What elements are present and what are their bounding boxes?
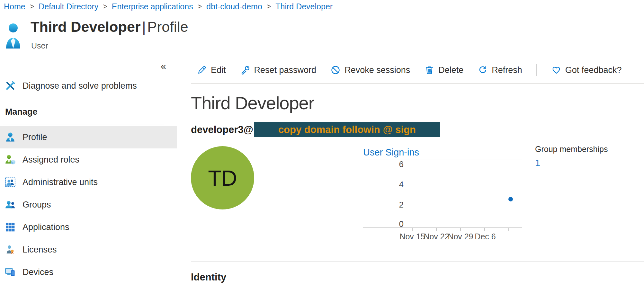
people-icon xyxy=(4,199,16,210)
group-memberships: Group memberships 1 xyxy=(535,145,608,168)
button-label: Refresh xyxy=(492,65,522,75)
page-subtitle: User xyxy=(31,41,48,50)
sidebar-item-licenses[interactable]: Licenses xyxy=(0,238,177,261)
sidebar-item-devices[interactable]: Devices xyxy=(0,261,177,283)
sidebar-item-label: Diagnose and solve problems xyxy=(22,81,137,91)
user-signins-link[interactable]: User Sign-ins xyxy=(363,147,419,158)
sidebar-item-groups[interactable]: Groups xyxy=(0,193,177,216)
y-tick-label: 6 xyxy=(382,159,404,169)
y-tick-label: 4 xyxy=(382,180,404,190)
person-icon xyxy=(4,131,16,143)
sidebar-item-label: Devices xyxy=(22,267,53,277)
person-ribbon-icon xyxy=(4,244,16,255)
sidebar-item-label: Licenses xyxy=(22,245,57,255)
key-icon xyxy=(240,65,250,75)
button-label: Reset password xyxy=(254,65,317,75)
command-bar: Edit Reset password Revoke sessions xyxy=(197,62,622,78)
person-cube-icon xyxy=(4,154,16,165)
breadcrumb-home[interactable]: Home xyxy=(4,2,25,11)
section-rule xyxy=(191,262,644,262)
page-title: Third Developer xyxy=(31,19,141,35)
button-label: Got feedback? xyxy=(565,65,622,75)
edit-button[interactable]: Edit xyxy=(197,65,226,75)
identity-section-title: Identity xyxy=(191,271,226,283)
group-memberships-label: Group memberships xyxy=(535,145,608,154)
sidebar-divider xyxy=(3,125,164,125)
wrench-screwdriver-icon xyxy=(4,80,16,92)
people-dashed-box-icon xyxy=(4,176,16,188)
pencil-icon xyxy=(197,65,207,75)
y-tick-label: 2 xyxy=(382,200,404,210)
x-tick-label: Nov 22 xyxy=(424,232,449,241)
x-tick-label: Dec 6 xyxy=(472,232,498,241)
button-label: Delete xyxy=(438,65,463,75)
sidebar-item-label: Groups xyxy=(22,200,51,210)
breadcrumb-default-directory[interactable]: Default Directory xyxy=(39,2,98,11)
avatar: TD xyxy=(191,146,254,209)
group-memberships-count-link[interactable]: 1 xyxy=(535,158,608,168)
user-display-name: Third Developer xyxy=(191,93,314,113)
heart-icon xyxy=(551,65,561,75)
sidebar-item-assigned-roles[interactable]: Assigned roles xyxy=(0,148,177,171)
user-signins-chart: User Sign-ins 6 4 2 0 Nov 15 Nov 22 Nov … xyxy=(363,147,522,247)
x-tick-label: Nov 15 xyxy=(399,232,425,241)
x-axis-tick xyxy=(508,228,509,231)
main-content: Edit Reset password Revoke sessions xyxy=(191,0,644,284)
got-feedback-button[interactable]: Got feedback? xyxy=(551,65,622,75)
monitor-phone-icon xyxy=(4,266,16,278)
grid-icon xyxy=(4,221,16,233)
toolbar-divider xyxy=(536,64,537,76)
sidebar-item-applications[interactable]: Applications xyxy=(0,216,177,238)
x-axis xyxy=(363,227,522,228)
title-suffix: Profile xyxy=(147,19,188,35)
x-axis-tick xyxy=(484,228,485,231)
title-divider: | xyxy=(142,19,146,35)
manage-section-label: Manage xyxy=(5,107,38,117)
email-prefix: developer3@ xyxy=(191,124,253,136)
toolbar-rule xyxy=(191,83,644,84)
refresh-icon xyxy=(478,65,488,75)
button-label: Revoke sessions xyxy=(344,65,410,75)
sidebar-item-label: Administrative units xyxy=(22,177,98,187)
x-axis-tick xyxy=(460,228,461,231)
x-axis-tick xyxy=(436,228,437,231)
revoke-sessions-button[interactable]: Revoke sessions xyxy=(330,65,410,75)
redaction-overlay: copy domain followin @ sign xyxy=(254,122,440,137)
sidebar-item-profile[interactable]: Profile xyxy=(0,126,177,148)
delete-button[interactable]: Delete xyxy=(424,65,463,75)
sidebar: « Diagnose and solve problems Manage Pro… xyxy=(0,50,177,284)
x-axis-tick xyxy=(412,228,413,231)
breadcrumb-separator: > xyxy=(30,2,34,11)
sidebar-item-label: Assigned roles xyxy=(22,155,79,165)
sidebar-item-diagnose[interactable]: Diagnose and solve problems xyxy=(0,76,177,95)
x-tick-label: Nov 29 xyxy=(448,232,473,241)
refresh-button[interactable]: Refresh xyxy=(478,65,522,75)
button-label: Edit xyxy=(211,65,226,75)
sidebar-item-label: Profile xyxy=(22,132,47,142)
avatar-initials: TD xyxy=(208,165,237,191)
user-principal-name: developer3@ copy domain followin @ sign xyxy=(191,122,440,137)
sidebar-item-administrative-units[interactable]: Administrative units xyxy=(0,171,177,193)
sidebar-item-label: Applications xyxy=(22,222,69,232)
breadcrumb-enterprise-applications[interactable]: Enterprise applications xyxy=(112,2,193,11)
reset-password-button[interactable]: Reset password xyxy=(240,65,317,75)
collapse-sidebar-button[interactable]: « xyxy=(161,61,166,71)
trash-icon xyxy=(424,65,434,75)
signin-data-point xyxy=(508,197,513,201)
breadcrumb-separator: > xyxy=(103,2,107,11)
user-person-icon xyxy=(5,22,21,49)
block-icon xyxy=(330,65,341,75)
